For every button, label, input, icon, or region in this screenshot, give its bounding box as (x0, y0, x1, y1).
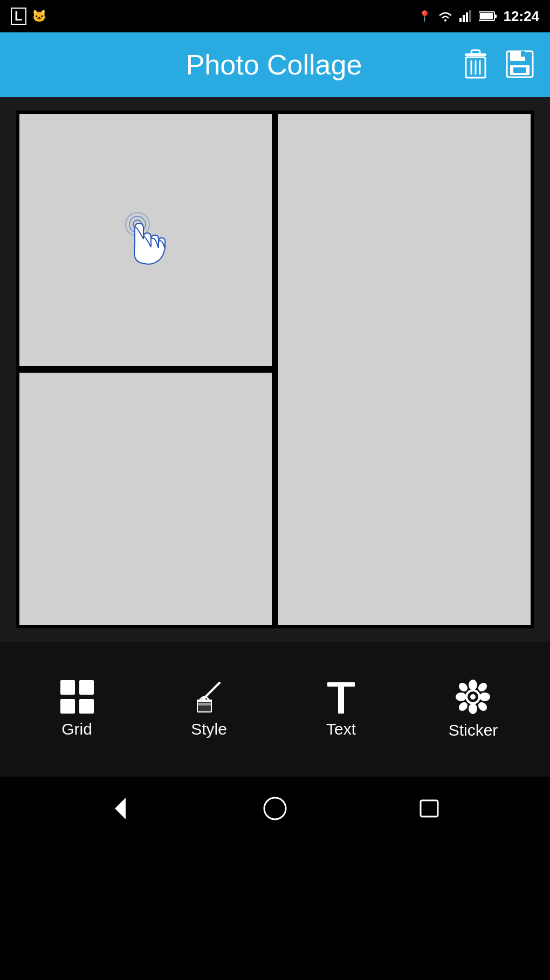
nav-bar (0, 777, 550, 841)
trash-icon (462, 49, 490, 79)
svg-point-0 (444, 19, 446, 22)
save-button[interactable] (506, 50, 534, 80)
collage-cell-right[interactable] (277, 113, 532, 626)
svg-rect-30 (198, 703, 211, 705)
app-bar-actions (462, 49, 534, 81)
app-bar: Photo Collage (0, 32, 550, 97)
toolbar-item-sticker[interactable]: Sticker (407, 680, 539, 739)
svg-rect-24 (60, 699, 75, 714)
status-time: 12:24 (504, 8, 540, 25)
svg-rect-32 (338, 686, 344, 714)
bottom-toolbar: Grid Style (0, 642, 550, 777)
status-bar: L 🐱 📍 12:24 (0, 0, 550, 32)
svg-point-34 (469, 680, 477, 690)
svg-rect-18 (513, 67, 526, 73)
collage-cell-top-left[interactable] (18, 113, 273, 367)
toolbar-sticker-label: Sticker (449, 721, 498, 739)
toolbar-item-text[interactable]: Text (275, 680, 407, 738)
svg-point-45 (264, 798, 286, 819)
svg-point-37 (479, 693, 490, 701)
app-shortcut-icon: L (11, 8, 26, 25)
svg-rect-2 (463, 15, 465, 22)
page-title: Photo Collage (86, 49, 462, 81)
svg-rect-7 (480, 13, 493, 19)
style-icon (192, 680, 226, 714)
svg-point-39 (477, 681, 489, 693)
toolbar-grid-label: Grid (61, 720, 92, 738)
home-icon (262, 795, 288, 822)
svg-rect-4 (469, 10, 471, 22)
nav-recents-button[interactable] (416, 795, 443, 824)
wifi-icon (438, 10, 453, 22)
svg-rect-6 (494, 15, 497, 18)
nav-back-button[interactable] (107, 795, 134, 824)
back-icon (107, 795, 134, 822)
svg-rect-22 (60, 680, 75, 695)
svg-rect-9 (471, 50, 480, 54)
svg-marker-44 (115, 798, 126, 819)
signal-icon (459, 10, 472, 22)
collage-grid (16, 111, 534, 628)
toolbar-item-style[interactable]: Style (143, 680, 275, 738)
battery-icon (479, 11, 497, 22)
svg-rect-46 (421, 800, 438, 817)
nav-home-button[interactable] (262, 795, 288, 824)
svg-rect-25 (79, 699, 94, 714)
svg-point-35 (469, 703, 477, 714)
svg-point-41 (477, 700, 489, 712)
collage-area (0, 97, 550, 642)
svg-rect-29 (197, 700, 212, 702)
svg-rect-3 (466, 12, 468, 22)
touch-icon (119, 209, 173, 271)
svg-point-40 (457, 700, 470, 712)
location-icon: 📍 (418, 10, 431, 23)
text-icon (326, 680, 356, 714)
recents-icon (416, 795, 443, 822)
sticker-icon (456, 680, 491, 715)
grid-icon (60, 680, 94, 714)
status-bar-left: L 🐱 (11, 8, 46, 25)
svg-point-43 (470, 694, 476, 700)
collage-cell-bottom-left[interactable] (18, 372, 273, 626)
svg-point-38 (457, 681, 470, 693)
status-bar-right: 📍 12:24 (418, 8, 540, 25)
svg-point-36 (456, 693, 466, 701)
cat-icon: 🐱 (32, 9, 46, 23)
toolbar-style-label: Style (191, 720, 227, 738)
delete-button[interactable] (462, 49, 490, 81)
toolbar-text-label: Text (326, 720, 356, 738)
save-icon (506, 50, 534, 78)
svg-rect-1 (459, 18, 462, 22)
svg-rect-23 (79, 680, 94, 695)
toolbar-item-grid[interactable]: Grid (11, 680, 143, 738)
svg-rect-16 (521, 51, 525, 57)
